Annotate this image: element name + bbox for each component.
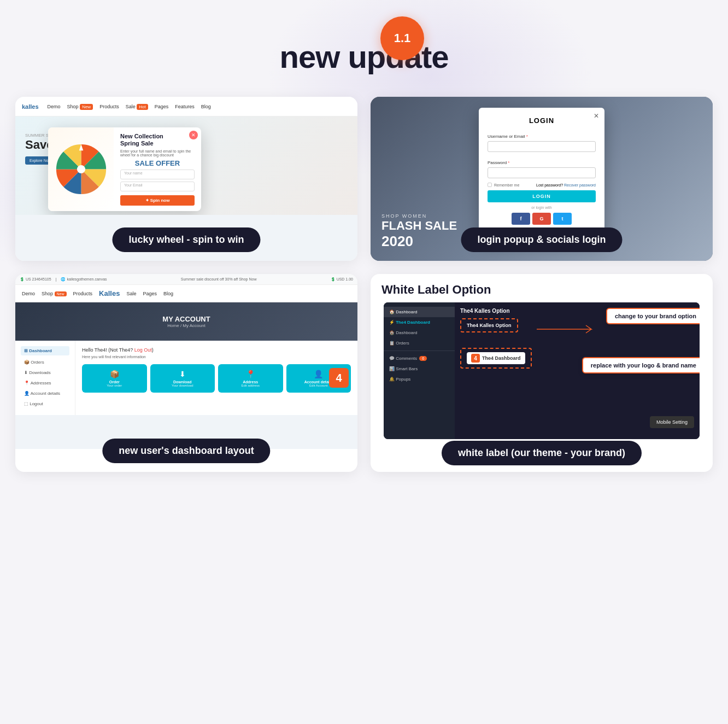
brand-option-box: The4 Kalles Option — [460, 318, 518, 332]
dashboard-card: 💲 US 234645105 | 🌐 kallesgothemen.canvas… — [15, 274, 357, 472]
hello-text: Hello The4! (Not The4? Log Out) — [82, 347, 351, 353]
address-action[interactable]: 📍 Address Edit address — [218, 364, 283, 393]
facebook-login[interactable]: f — [512, 213, 530, 225]
wl-sidebar-dashboard2[interactable]: 🏠 Dashboard — [384, 328, 455, 338]
lucky-wheel-hero: SUMMER SALE Save up Explore Now ✕ — [15, 116, 357, 215]
dashboard-nav: Demo Shop New Products Kalles Sale Pages… — [15, 285, 357, 302]
wheel-popup: ✕ — [48, 127, 201, 211]
dash-top-bar: 💲 US 234645105 | 🌐 kallesgothemen.canvas… — [15, 274, 357, 285]
remember-me: Remember me — [488, 183, 519, 187]
login-title: LOGIN — [488, 116, 596, 125]
login-popup-card: SHOP WOMEN FLASH SALE 2020 ✕ LOGIN Usern… — [371, 97, 713, 261]
lucky-wheel-label: lucky wheel - spin to win — [112, 227, 260, 252]
flash-sale-bg: SHOP WOMEN FLASH SALE 2020 — [381, 213, 457, 250]
svg-point-1 — [77, 165, 85, 173]
white-label-title: White Label Option — [381, 283, 702, 297]
popup-subtitle: Enter your full name and email to spin t… — [120, 149, 195, 157]
wl-main-area: The4 Kalles Option The4 Kalles Option — [455, 302, 700, 439]
username-field: Username or Email * — [488, 130, 596, 152]
dashboard-hero: MY ACCOUNT Home / My Account — [15, 302, 357, 341]
login-options-row: Remember me Lost password? Recover passw… — [488, 183, 596, 187]
popup-right: New CollectionSpring Sale Enter your ful… — [114, 127, 201, 211]
mobile-setting: Mobile Setting — [650, 416, 694, 428]
login-popup-label: login popup & socials login — [461, 227, 623, 252]
wl-sidebar-orders[interactable]: 📋 Orders — [384, 338, 455, 348]
order-action[interactable]: 📦 Order Your order — [82, 364, 147, 393]
sidebar-orders[interactable]: 📦 Orders — [21, 358, 69, 367]
kalles-logo: kalles — [22, 103, 39, 110]
nav-items: Demo Shop New Products Sale Hot Pages Fe… — [48, 104, 211, 109]
wl-sidebar-comments[interactable]: 💬 Comments 6 — [384, 353, 455, 364]
social-login-buttons: f G t — [488, 213, 596, 225]
popup-title: New CollectionSpring Sale — [120, 133, 195, 147]
breadcrumb: Home / My Account — [167, 323, 205, 328]
logout-link[interactable]: Log Out — [134, 347, 152, 353]
action-grid: 📦 Order Your order ⬇ Download Your downl… — [82, 364, 351, 393]
wl-sidebar-the4-dashboard[interactable]: ⚡ The4 Dashboard — [384, 317, 455, 328]
or-login-text: or login with — [488, 206, 596, 209]
login-modal: ✕ LOGIN Username or Email * Password * R… — [479, 108, 604, 241]
dashboard-main: Hello The4! (Not The4? Log Out) Here you… — [75, 341, 357, 415]
page-header: 1.1 new update — [0, 0, 728, 75]
features-grid: kalles Demo Shop New Products Sale Hot P… — [0, 97, 728, 494]
wheel-container — [48, 127, 114, 211]
arrow-1 — [537, 321, 602, 337]
sidebar-dashboard[interactable]: ⊞ Dashboard — [21, 346, 69, 355]
remember-checkbox[interactable] — [488, 183, 492, 187]
dashboard-screenshot: 💲 US 234645105 | 🌐 kallesgothemen.canvas… — [15, 274, 357, 449]
lucky-wheel-card: kalles Demo Shop New Products Sale Hot P… — [15, 97, 357, 261]
wl-sidebar-smart-bars[interactable]: 📊 Smart Bars — [384, 364, 455, 374]
login-close[interactable]: ✕ — [594, 112, 599, 120]
popup-sale-text: SALE OFFER — [120, 159, 195, 167]
login-button[interactable]: LOGIN — [488, 190, 596, 202]
google-login[interactable]: G — [532, 213, 551, 225]
spin-button[interactable]: ✦ Spin now — [120, 195, 195, 206]
download-action[interactable]: ⬇ Download Your download — [150, 364, 215, 393]
email-input[interactable]: Your Email — [120, 182, 195, 191]
name-input[interactable]: Your name — [120, 170, 195, 179]
sidebar-logout[interactable]: ⬚ Logout — [21, 399, 69, 408]
white-label-bottom-label: white label (our theme - your brand) — [442, 441, 642, 465]
wl-logo-badge: 4 The4 Dashboard — [467, 352, 525, 364]
white-label-outer: 🏠 Dashboard ⚡ The4 Dashboard 🏠 Dashboard… — [377, 302, 706, 439]
brand-annotation: change to your brand option — [606, 308, 700, 324]
here-text: Here you will find relevant information — [82, 355, 351, 359]
username-input[interactable] — [488, 141, 596, 152]
sidebar-account-details[interactable]: 👤 Account details — [21, 389, 69, 398]
my-account-title: MY ACCOUNT — [162, 315, 210, 323]
wl-sidebar-dashboard[interactable]: 🏠 Dashboard — [384, 307, 455, 317]
logo-option-box: 4 The4 Dashboard — [460, 348, 532, 369]
version-badge: 1.1 — [380, 16, 424, 60]
dashboard-label: new user's dashboard layout — [102, 439, 270, 463]
lucky-wheel-svg — [55, 143, 107, 195]
dashboard-content: ⊞ Dashboard 📦 Orders ⬇ Downloads 📍 Addre… — [15, 341, 357, 415]
recover-link[interactable]: Recover password — [564, 183, 596, 187]
popup-close-btn[interactable]: ✕ — [189, 131, 198, 139]
white-label-screenshot: 🏠 Dashboard ⚡ The4 Dashboard 🏠 Dashboard… — [384, 302, 700, 439]
wl-sidebar-popups[interactable]: 🔔 Popups — [384, 374, 455, 384]
twitter-login[interactable]: t — [553, 213, 572, 225]
sidebar-addresses[interactable]: 📍 Addresses — [21, 378, 69, 388]
password-field: Password * — [488, 156, 596, 178]
white-label-card: White Label Option 🏠 Dashboard ⚡ The4 Da… — [371, 274, 713, 472]
logo-annotation: replace with your logo & brand name — [582, 357, 700, 373]
dashboard-sidebar: ⊞ Dashboard 📦 Orders ⬇ Downloads 📍 Addre… — [15, 341, 75, 415]
lost-password: Lost password? Recover password — [536, 183, 596, 187]
password-input[interactable] — [488, 167, 596, 178]
sidebar-downloads[interactable]: ⬇ Downloads — [21, 368, 69, 377]
wl-sidebar: 🏠 Dashboard ⚡ The4 Dashboard 🏠 Dashboard… — [384, 302, 455, 439]
lucky-wheel-nav: kalles Demo Shop New Products Sale Hot P… — [15, 97, 357, 116]
white-label-header: White Label Option — [371, 274, 713, 302]
